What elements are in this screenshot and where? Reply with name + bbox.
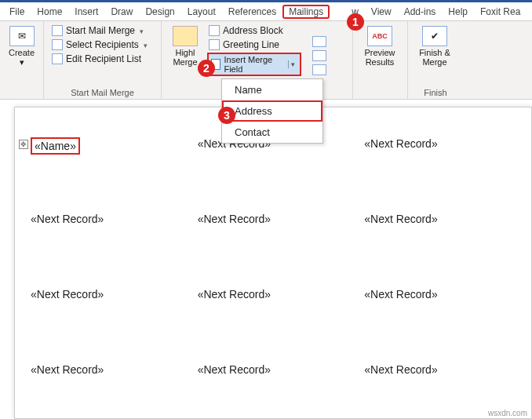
next-record-field: «Next Record» xyxy=(364,213,437,225)
next-record-field: «Next Record» xyxy=(31,288,104,301)
menu-design[interactable]: Design xyxy=(139,5,180,19)
merge-field-name[interactable]: «Name» xyxy=(31,137,80,155)
menu-references[interactable]: References xyxy=(222,5,282,19)
start-mail-merge-button[interactable]: Start Mail Merge xyxy=(50,24,155,37)
callout-badge-1: 1 xyxy=(347,13,364,31)
highlight-icon xyxy=(173,26,198,46)
menu-insert[interactable]: Insert xyxy=(68,5,104,19)
menu-file[interactable]: File xyxy=(3,5,31,19)
people-icon xyxy=(52,39,63,50)
menu-bar: File Home Insert Draw Design Layout Refe… xyxy=(0,2,532,21)
update-labels-icon[interactable] xyxy=(312,64,326,75)
menu-home[interactable]: Home xyxy=(31,5,68,19)
edit-recipient-list-button[interactable]: Edit Recipient List xyxy=(50,53,155,65)
create-button[interactable]: ✉ Create▾ xyxy=(6,24,37,86)
address-block-icon xyxy=(209,25,220,36)
start-mail-merge-group-label: Start Mail Merge xyxy=(50,86,155,97)
menu-mailings[interactable]: Mailings xyxy=(282,5,330,19)
table-move-handle[interactable]: ✥ xyxy=(19,140,28,149)
menu-draw[interactable]: Draw xyxy=(104,5,139,19)
menu-help[interactable]: Help xyxy=(442,5,474,19)
dropdown-item-address[interactable]: Address xyxy=(222,100,322,122)
rules-icon[interactable] xyxy=(312,36,326,47)
match-fields-icon[interactable] xyxy=(312,50,326,61)
preview-results-button[interactable]: ABC Preview Results xyxy=(359,24,400,86)
next-record-field: «Next Record» xyxy=(31,363,104,376)
document-page: «Name» «Next Record» «Next Record» «Next… xyxy=(14,107,532,419)
finish-icon: ✔ xyxy=(422,26,447,46)
next-record-field: «Next Record» xyxy=(31,213,104,225)
envelope-icon: ✉ xyxy=(9,26,35,46)
labels-table: «Name» «Next Record» «Next Record» «Next… xyxy=(23,131,523,419)
finish-group-label: Finish xyxy=(414,86,457,97)
edit-list-icon xyxy=(52,53,63,64)
insert-merge-field-dropdown: Name Address Contact xyxy=(221,78,323,144)
preview-icon: ABC xyxy=(367,26,392,46)
callout-badge-3: 3 xyxy=(218,107,235,124)
greeting-line-icon xyxy=(209,39,220,50)
dropdown-item-contact[interactable]: Contact xyxy=(222,122,322,143)
finish-merge-button[interactable]: ✔ Finish & Merge xyxy=(414,24,455,86)
menu-view[interactable]: View xyxy=(365,5,398,19)
menu-layout[interactable]: Layout xyxy=(181,5,222,19)
callout-badge-2: 2 xyxy=(198,60,215,77)
address-block-button[interactable]: Address Block xyxy=(207,24,308,37)
watermark: wsxdn.com xyxy=(488,409,527,417)
document-icon xyxy=(52,25,63,36)
dropdown-item-name[interactable]: Name xyxy=(222,79,322,100)
next-record-field: «Next Record» xyxy=(198,213,271,225)
menu-foxit[interactable]: Foxit Rea xyxy=(474,5,527,19)
next-record-field: «Next Record» xyxy=(198,288,271,301)
menu-addins[interactable]: Add-ins xyxy=(398,5,443,19)
next-record-field: «Next Record» xyxy=(364,137,437,150)
next-record-field: «Next Record» xyxy=(364,288,437,301)
next-record-field: «Next Record» xyxy=(198,363,271,376)
highlight-merge-fields-button[interactable]: Highl Merge xyxy=(168,24,202,86)
select-recipients-button[interactable]: Select Recipients xyxy=(50,38,155,51)
greeting-line-button[interactable]: Greeting Line xyxy=(207,38,308,51)
chevron-down-icon[interactable]: ▾ xyxy=(288,60,297,68)
insert-merge-field-button[interactable]: Insert Merge Field ▾ xyxy=(207,53,301,76)
next-record-field: «Next Record» xyxy=(364,363,437,376)
